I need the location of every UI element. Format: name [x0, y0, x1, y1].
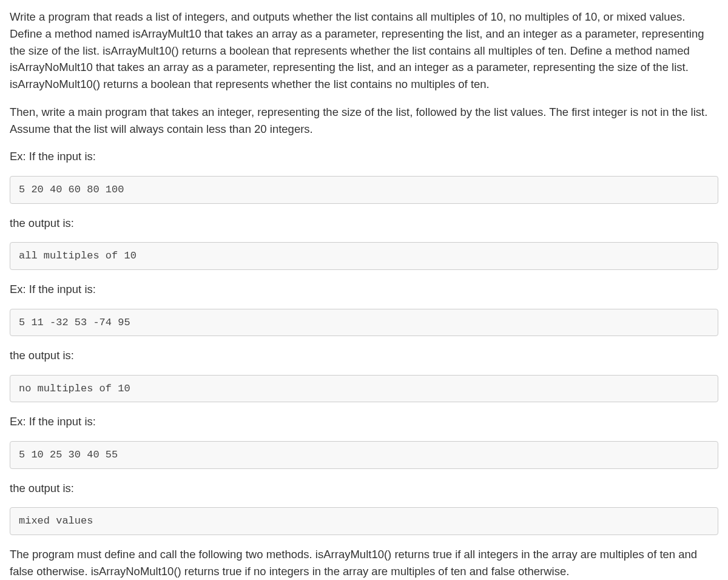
example-2-input-code: 5 11 -32 53 -74 95 — [10, 309, 718, 337]
example-3-output-code: mixed values — [10, 507, 718, 535]
example-1-input-label: Ex: If the input is: — [10, 148, 718, 165]
example-3-input-code: 5 10 25 30 40 55 — [10, 441, 718, 469]
problem-paragraph-2: Then, write a main program that takes an… — [10, 104, 718, 138]
example-1-output-label: the output is: — [10, 215, 718, 232]
example-3-output-label: the output is: — [10, 480, 718, 497]
method-requirements-paragraph: The program must define and call the fol… — [10, 546, 718, 580]
problem-paragraph-1: Write a program that reads a list of int… — [10, 8, 718, 93]
example-2-output-code: no multiples of 10 — [10, 375, 718, 403]
example-3-input-label: Ex: If the input is: — [10, 413, 718, 430]
example-2-input-label: Ex: If the input is: — [10, 281, 718, 298]
example-1-input-code: 5 20 40 60 80 100 — [10, 176, 718, 204]
example-1-output-code: all multiples of 10 — [10, 242, 718, 270]
example-2-output-label: the output is: — [10, 347, 718, 364]
